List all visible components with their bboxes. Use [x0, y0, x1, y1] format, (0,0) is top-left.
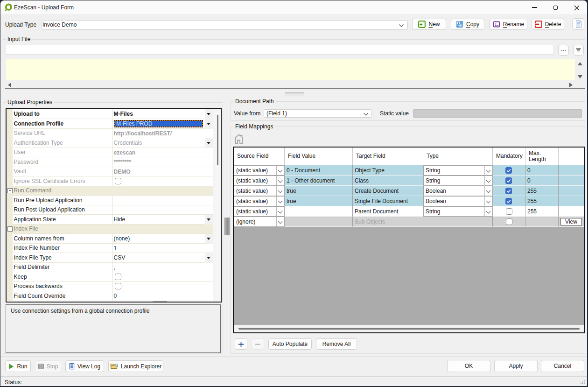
svg-text:2: 2 — [461, 24, 462, 27]
svg-text:1: 1 — [458, 21, 459, 24]
